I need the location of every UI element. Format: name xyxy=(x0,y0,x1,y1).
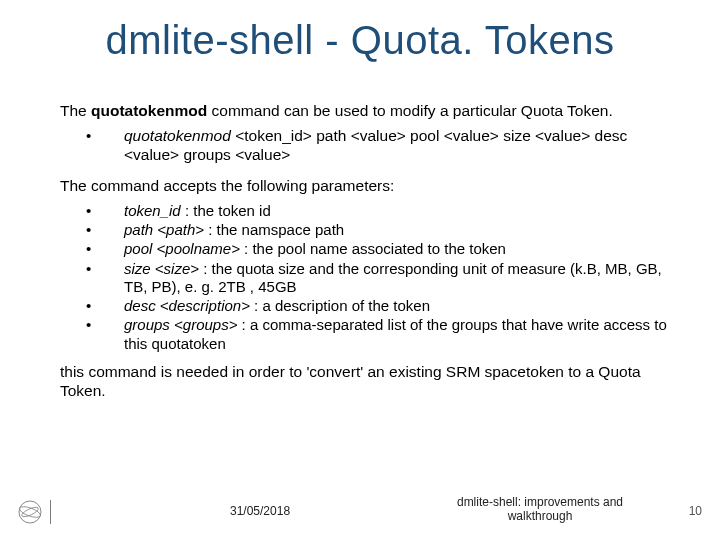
usage-cmd: quotatokenmod xyxy=(124,127,231,144)
svg-point-1 xyxy=(18,504,41,519)
list-item: desc <description> : a description of th… xyxy=(86,297,668,315)
param-desc: : the pool name associated to the token xyxy=(240,240,506,257)
list-item: size <size> : the quota size and the cor… xyxy=(86,260,668,297)
slide-footer: 31/05/2018 dmlite-shell: improvements an… xyxy=(0,494,720,526)
slide-title: dmlite-shell - Quota. Tokens xyxy=(0,18,720,63)
param-key: token_id xyxy=(124,202,181,219)
param-key: groups <groups> xyxy=(124,316,237,333)
list-item: token_id : the token id xyxy=(86,202,668,220)
footer-divider xyxy=(50,500,51,524)
footer-date: 31/05/2018 xyxy=(230,504,290,518)
list-item: pool <poolname> : the pool name associat… xyxy=(86,240,668,258)
list-item: groups <groups> : a comma-separated list… xyxy=(86,316,668,353)
closing-paragraph: this command is needed in order to 'conv… xyxy=(60,363,668,401)
intro-cmd: quotatokenmod xyxy=(91,102,207,119)
cern-logo-icon xyxy=(18,500,42,524)
param-desc: : a description of the token xyxy=(250,297,430,314)
intro-pre: The xyxy=(60,102,91,119)
slide-body: The quotatokenmod command can be used to… xyxy=(60,102,668,407)
param-desc: : the token id xyxy=(181,202,271,219)
intro-post: command can be used to modify a particul… xyxy=(207,102,613,119)
usage-item: quotatokenmod <token_id> path <value> po… xyxy=(86,127,668,165)
param-key: desc <description> xyxy=(124,297,250,314)
list-item: path <path> : the namspace path xyxy=(86,221,668,239)
param-key: path <path> xyxy=(124,221,204,238)
params-list: token_id : the token id path <path> : th… xyxy=(60,202,668,353)
usage-list: quotatokenmod <token_id> path <value> po… xyxy=(60,127,668,165)
intro-paragraph: The quotatokenmod command can be used to… xyxy=(60,102,668,121)
param-key: size <size> xyxy=(124,260,199,277)
params-heading: The command accepts the following parame… xyxy=(60,177,668,196)
param-key: pool <poolname> xyxy=(124,240,240,257)
page-number: 10 xyxy=(689,504,702,518)
param-desc: : the namspace path xyxy=(204,221,344,238)
footer-title: dmlite-shell: improvements and walkthrou… xyxy=(440,496,640,524)
slide: dmlite-shell - Quota. Tokens The quotato… xyxy=(0,0,720,540)
param-desc: : the quota size and the corresponding u… xyxy=(124,260,662,295)
